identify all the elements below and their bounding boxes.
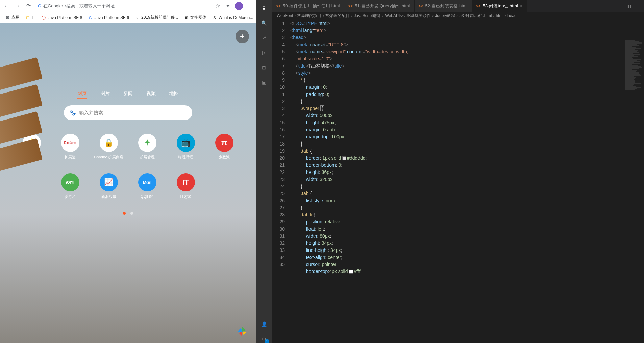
- breadcrumb-item[interactable]: WebFont: [277, 13, 293, 18]
- code-line[interactable]: line-height: 34px;: [290, 247, 644, 254]
- bookmark-item[interactable]: ▣文字图体: [181, 13, 208, 22]
- code-line[interactable]: margin: 0 auto;: [290, 126, 644, 133]
- code-line[interactable]: * {: [290, 77, 644, 84]
- breadcrumb-item[interactable]: head: [507, 13, 517, 18]
- ntp-tab[interactable]: 网页: [77, 90, 87, 99]
- bookmark-item[interactable]: ○2019新版前端与移...: [132, 13, 180, 22]
- more-icon[interactable]: ⋯: [635, 3, 640, 9]
- extensions-icon[interactable]: ⊞: [260, 63, 268, 72]
- breadcrumb-item[interactable]: html: [496, 13, 503, 18]
- code-line[interactable]: <meta charset="UTF-8">: [290, 41, 644, 48]
- code-line[interactable]: float: left;: [290, 226, 644, 233]
- code-line[interactable]: .tab {: [290, 190, 644, 197]
- breadcrumb-item[interactable]: 53-封装tab栏.html: [459, 13, 492, 19]
- site-shortcut[interactable]: 📈新浪股票: [100, 173, 118, 199]
- bookmark-item[interactable]: ▢IT: [23, 14, 38, 22]
- breadcrumb[interactable]: WebFont›常爆理的项目›常爆理的项目›JavaScript进阶›WebAP…: [272, 12, 644, 19]
- ntp-tab[interactable]: 地图: [169, 90, 179, 99]
- pinwheel-icon[interactable]: [237, 326, 248, 337]
- close-icon[interactable]: ×: [520, 3, 523, 9]
- code-line[interactable]: .wrapper {: [290, 105, 644, 112]
- breadcrumb-item[interactable]: 常爆理的项目: [325, 13, 350, 19]
- debug-icon[interactable]: ▷: [260, 49, 268, 57]
- reload-button[interactable]: ⟳: [24, 2, 32, 10]
- account-icon[interactable]: 👤: [260, 320, 268, 328]
- code-line[interactable]: .tab {: [290, 148, 644, 155]
- editor-tab[interactable]: <>50-插件使用-UI插件使用.html: [272, 0, 344, 12]
- forward-button[interactable]: →: [14, 2, 22, 10]
- search-input[interactable]: [79, 110, 187, 115]
- site-shortcut[interactable]: Extfans扩展迷: [61, 134, 79, 160]
- ntp-tab[interactable]: 图片: [100, 90, 110, 99]
- dot-1[interactable]: [123, 212, 126, 215]
- settings-icon[interactable]: ⚙: [260, 335, 268, 343]
- code-line[interactable]: }: [290, 204, 644, 211]
- bookmark-item[interactable]: ⊞应用: [3, 13, 22, 22]
- code-line[interactable]: width: 80px;: [290, 233, 644, 240]
- menu-icon[interactable]: ⋮: [247, 3, 253, 9]
- code-content[interactable]: <!DOCTYPE html><html lang="en"><head> <m…: [290, 19, 644, 343]
- code-line[interactable]: border: 1px solid #dddddd;: [290, 155, 644, 162]
- code-line[interactable]: <style>: [290, 70, 644, 77]
- editor-tab[interactable]: <>51-自己开发jQuery插件.html: [344, 0, 414, 12]
- add-fab[interactable]: +: [236, 30, 249, 43]
- source-control-icon[interactable]: ⎇: [260, 34, 268, 42]
- breadcrumb-item[interactable]: 常爆理的项目: [297, 13, 321, 19]
- code-line[interactable]: list-style: none;: [290, 197, 644, 204]
- site-shortcut[interactable]: MɑilQQ邮箱: [138, 173, 156, 199]
- site-shortcut[interactable]: ✦扩展管理: [138, 134, 156, 160]
- code-line[interactable]: position: relative;: [290, 218, 644, 226]
- extensions-icon[interactable]: ✦: [225, 3, 231, 9]
- code-line[interactable]: }: [290, 183, 644, 190]
- breadcrumb-item[interactable]: JavaScript进阶: [354, 13, 381, 19]
- editor-tab[interactable]: <>53-封装tab栏.html×: [472, 0, 527, 12]
- code-line[interactable]: }: [290, 140, 644, 148]
- split-icon[interactable]: ▥: [627, 3, 631, 9]
- code-line[interactable]: text-align: center;: [290, 254, 644, 261]
- profile-avatar[interactable]: [235, 2, 243, 10]
- remote-icon[interactable]: ▣: [260, 78, 268, 86]
- address-input[interactable]: G 在Google中搜索，或者输入一个网址: [35, 1, 212, 11]
- code-line[interactable]: <!DOCTYPE html>: [290, 20, 644, 27]
- code-area[interactable]: 1234567891011121314151617181920212223242…: [272, 19, 644, 343]
- editor-tab[interactable]: <>52-自己封装表格.html: [415, 0, 472, 12]
- bookmark-item[interactable]: GJava Platform SE 6: [85, 14, 131, 22]
- star-icon[interactable]: ☆: [215, 3, 221, 9]
- site-shortcut[interactable]: π少数派: [215, 134, 233, 160]
- site-shortcut[interactable]: 📺哔哩哔哩: [177, 134, 195, 160]
- breadcrumb-item[interactable]: Jquery教程: [435, 13, 455, 19]
- line-number: 17: [272, 133, 285, 140]
- code-line[interactable]: <head>: [290, 34, 644, 41]
- ntp-tab[interactable]: 新闻: [123, 90, 133, 99]
- ntp-tab[interactable]: 视频: [146, 90, 156, 99]
- minimap[interactable]: [624, 19, 644, 343]
- site-shortcut[interactable]: ITIT之家: [177, 173, 195, 199]
- back-button[interactable]: ←: [3, 2, 11, 10]
- code-line[interactable]: width: 320px;: [290, 176, 644, 183]
- code-line[interactable]: height: 36px;: [290, 169, 644, 176]
- code-line[interactable]: height: 475px;: [290, 119, 644, 126]
- line-number: 29: [272, 218, 285, 226]
- code-line[interactable]: margin: 0;: [290, 84, 644, 91]
- dot-2[interactable]: [130, 212, 133, 215]
- bookmark-item[interactable]: ◯Java Platform SE 8: [39, 14, 84, 22]
- code-line[interactable]: cursor: pointer;: [290, 261, 644, 268]
- search-box[interactable]: 🐾: [64, 105, 192, 120]
- code-line[interactable]: border-bottom: 0;: [290, 162, 644, 169]
- search-icon[interactable]: 🔍: [260, 19, 268, 27]
- code-line[interactable]: width: 500px;: [290, 112, 644, 119]
- code-line[interactable]: <html lang="en">: [290, 27, 644, 34]
- explorer-icon[interactable]: 🗎: [260, 4, 268, 12]
- code-line[interactable]: margin-top: 100px;: [290, 133, 644, 140]
- code-line[interactable]: <meta name="viewport" content="width=dev…: [290, 48, 644, 62]
- code-line[interactable]: height: 34px;: [290, 240, 644, 247]
- code-line[interactable]: border-top:4px solid #fff:: [290, 268, 644, 275]
- code-line[interactable]: padding: 0;: [290, 91, 644, 98]
- code-line[interactable]: }: [290, 98, 644, 105]
- code-line[interactable]: .tab li {: [290, 211, 644, 218]
- code-line[interactable]: <title>Tab栏切换</title>: [290, 62, 644, 70]
- site-shortcut[interactable]: 🔒Chrome 扩展商店: [100, 134, 118, 160]
- bookmark-item[interactable]: SWhat is DeMorga...: [210, 14, 255, 22]
- breadcrumb-item[interactable]: WebAPIs和JS基础关联性: [385, 13, 431, 19]
- site-shortcut[interactable]: iQIYI爱奇艺: [61, 173, 79, 199]
